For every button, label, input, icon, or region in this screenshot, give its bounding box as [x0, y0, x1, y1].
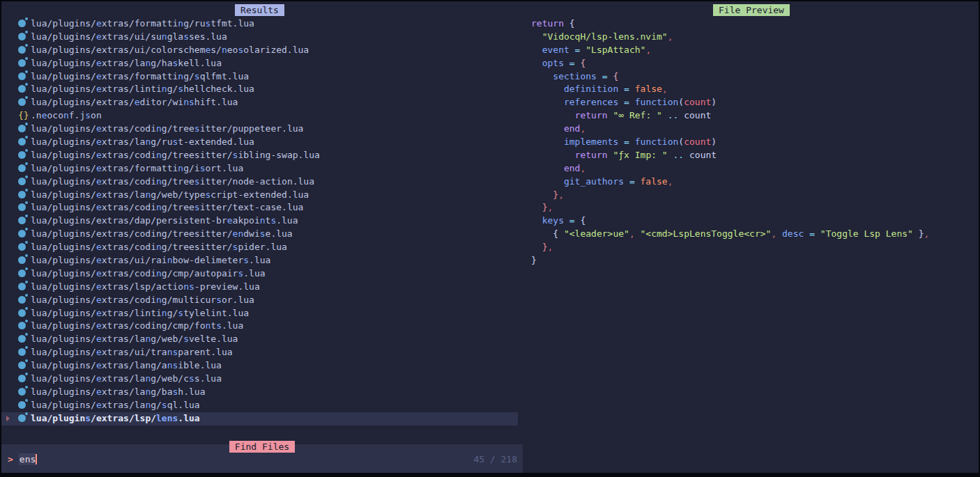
- file-path: lua/plugins/extras/coding/treesitter/spi…: [31, 242, 287, 252]
- result-row[interactable]: lua/plugins/extras/coding/cmp/fonts.lua: [1, 320, 518, 333]
- code-line: "VidocqH/lsp-lens.nvim",: [531, 31, 929, 44]
- lua-icon: [18, 322, 26, 329]
- code-line: event = "LspAttach",: [531, 44, 929, 57]
- code-line: { "<leader>ue", "<cmd>LspLensToggle<cr>"…: [531, 228, 929, 241]
- file-path: lua/plugins/extras/formatting/sqlfmt.lua: [31, 71, 249, 81]
- match-counter: 45 / 218: [473, 454, 523, 464]
- lua-icon: [18, 178, 26, 185]
- result-row[interactable]: lua/plugins/extras/formatting/sqlfmt.lua: [1, 70, 518, 84]
- lua-icon: [18, 85, 26, 93]
- result-row[interactable]: lua/plugins/extras/linting/shellcheck.lu…: [1, 83, 518, 96]
- lua-icon: [18, 361, 26, 369]
- preview-code[interactable]: return { "VidocqH/lsp-lens.nvim", event …: [531, 17, 929, 267]
- lua-icon: [18, 33, 26, 40]
- lua-icon: [18, 388, 26, 396]
- code-line: },: [531, 201, 929, 214]
- result-row[interactable]: lua/plugins/extras/formatting/isort.lua: [1, 162, 518, 175]
- code-line: return "∞ Ref: " .. count: [531, 109, 929, 123]
- result-row[interactable]: lua/plugins/extras/lang/ansible.lua: [1, 359, 518, 373]
- code-line: sections = {: [531, 70, 929, 84]
- file-path: lua/plugins/extras/ui/colorschemes/neoso…: [31, 45, 309, 55]
- result-row[interactable]: lua/plugins/extras/linting/stylelint.lua: [1, 307, 518, 320]
- file-path: lua/plugins/extras/lang/web/css.lua: [31, 373, 222, 384]
- file-path: lua/plugins/extras/ui/transparent.lua: [31, 347, 233, 357]
- result-row[interactable]: {}.neoconf.json: [1, 109, 518, 123]
- lua-icon: [18, 151, 26, 159]
- file-path: lua/plugins/extras/coding/treesitter/tex…: [31, 202, 303, 212]
- result-row[interactable]: lua/plugins/extras/lang/web/typescript-e…: [1, 189, 518, 202]
- file-path: lua/plugins/extras/coding/treesitter/pup…: [31, 123, 303, 134]
- result-row[interactable]: lua/plugins/extras/coding/treesitter/spi…: [1, 241, 518, 254]
- code-line: definition = false,: [531, 83, 929, 96]
- file-path: lua/plugins/extras/lang/ansible.lua: [31, 360, 222, 370]
- result-row[interactable]: lua/plugins/extras/dap/persistent-breakp…: [1, 214, 518, 228]
- prompt-bar: Find Files > ens 45 / 218: [1, 444, 523, 473]
- prompt-query-text: ens: [19, 453, 36, 465]
- lua-icon: [18, 217, 26, 224]
- result-row[interactable]: lua/plugins/extras/lang/bash.lua: [1, 386, 518, 399]
- lua-icon: [18, 203, 26, 211]
- result-row[interactable]: lua/plugins/extras/coding/treesitter/sib…: [1, 149, 518, 162]
- lua-icon: [18, 59, 26, 67]
- code-line: implements = function(count): [531, 136, 929, 149]
- text-cursor: [36, 454, 37, 464]
- file-path: lua/plugins/extras/linting/shellcheck.lu…: [31, 84, 254, 94]
- file-path: lua/plugins/extras/formatting/isort.lua: [31, 163, 243, 173]
- result-row[interactable]: lua/plugins/extras/ui/transparent.lua: [1, 346, 518, 359]
- prompt-caret-icon: >: [1, 454, 19, 464]
- file-path: lua/plugins/extras/coding/cmp/fonts.lua: [31, 320, 243, 331]
- file-path: lua/plugins/extras/lang/rust-extended.lu…: [31, 136, 254, 147]
- result-row[interactable]: lua/plugins/extras/lang/web/svelte.lua: [1, 333, 518, 346]
- file-path: lua/plugins/extras/coding/treesitter/nod…: [31, 176, 314, 187]
- file-path: lua/plugins/extras/coding/treesitter/end…: [31, 228, 293, 239]
- lua-icon: [18, 256, 26, 264]
- result-row[interactable]: lua/plugins/extras/ui/colorschemes/neoso…: [1, 44, 518, 57]
- file-path: lua/plugins/extras/dap/persistent-breakp…: [31, 215, 298, 226]
- file-path: lua/plugins/extras/coding/multicursor.lu…: [31, 295, 254, 305]
- result-row[interactable]: lua/plugins/extras/lang/haskell.lua: [1, 57, 518, 70]
- lua-icon: [18, 98, 26, 106]
- code-line: return {: [531, 17, 929, 31]
- result-row[interactable]: lua/plugins/extras/lang/rust-extended.lu…: [1, 136, 518, 149]
- lua-icon: [18, 138, 26, 146]
- prompt-input[interactable]: > ens 45 / 218: [1, 444, 523, 473]
- lua-icon: [18, 269, 26, 277]
- code-line: return "ƒx Imp: " .. count: [531, 149, 929, 162]
- lua-icon: [18, 125, 26, 132]
- result-row[interactable]: lua/plugins/extras/coding/treesitter/nod…: [1, 175, 518, 189]
- result-row[interactable]: lua/plugins/extras/formatting/rustfmt.lu…: [1, 17, 518, 31]
- lua-icon: [18, 191, 26, 198]
- result-row[interactable]: lua/plugins/extras/coding/cmp/autopairs.…: [1, 267, 518, 281]
- file-path: lua/plugins/extras/lang/sql.lua: [31, 400, 200, 410]
- file-path: lua/plugins/extras/lang/web/svelte.lua: [31, 334, 238, 344]
- results-list[interactable]: lua/plugins/extras/formatting/rustfmt.lu…: [1, 17, 518, 425]
- file-path: lua/plugins/extras/ui/rainbow-delimeters…: [31, 255, 270, 265]
- code-line: },: [531, 189, 929, 202]
- result-row[interactable]: lua/plugins/extras/ui/sunglasses.lua: [1, 31, 518, 44]
- file-path: lua/plugins/extras/coding/treesitter/sib…: [31, 150, 320, 160]
- selection-caret-icon: [6, 416, 10, 421]
- result-row[interactable]: lua/plugins/extras/coding/multicursor.lu…: [1, 294, 518, 307]
- result-row[interactable]: lua/plugins/extras/lang/sql.lua: [1, 399, 518, 412]
- code-line: }: [531, 254, 929, 267]
- result-row[interactable]: lua/plugins/extras/ui/rainbow-delimeters…: [1, 254, 518, 267]
- file-preview-title-badge: File Preview: [713, 4, 790, 16]
- result-row[interactable]: lua/plugins/extras/lang/web/css.lua: [1, 373, 518, 386]
- result-row[interactable]: lua/plugins/extras/lsp/actions-preview.l…: [1, 281, 518, 294]
- lua-icon: [18, 19, 26, 27]
- lua-icon: [18, 309, 26, 317]
- lua-icon: [18, 283, 26, 290]
- lua-icon: [18, 46, 26, 54]
- json-braces-icon: {}: [18, 109, 31, 123]
- result-row[interactable]: lua/plugins/extras/coding/treesitter/tex…: [1, 201, 518, 214]
- lua-icon: [18, 243, 26, 251]
- file-path: lua/plugins/extras/lsp/actions-preview.l…: [31, 281, 260, 292]
- code-line: keys = {: [531, 214, 929, 228]
- result-row[interactable]: lua/plugins/extras/editor/winshift.lua: [1, 96, 518, 109]
- result-row[interactable]: lua/plugins/extras/lsp/lens.lua: [1, 412, 518, 425]
- file-path: lua/plugins/extras/ui/sunglasses.lua: [31, 31, 227, 42]
- lua-icon: [18, 414, 26, 422]
- file-path: lua/plugins/extras/editor/winshift.lua: [31, 97, 238, 107]
- result-row[interactable]: lua/plugins/extras/coding/treesitter/end…: [1, 228, 518, 241]
- result-row[interactable]: lua/plugins/extras/coding/treesitter/pup…: [1, 123, 518, 136]
